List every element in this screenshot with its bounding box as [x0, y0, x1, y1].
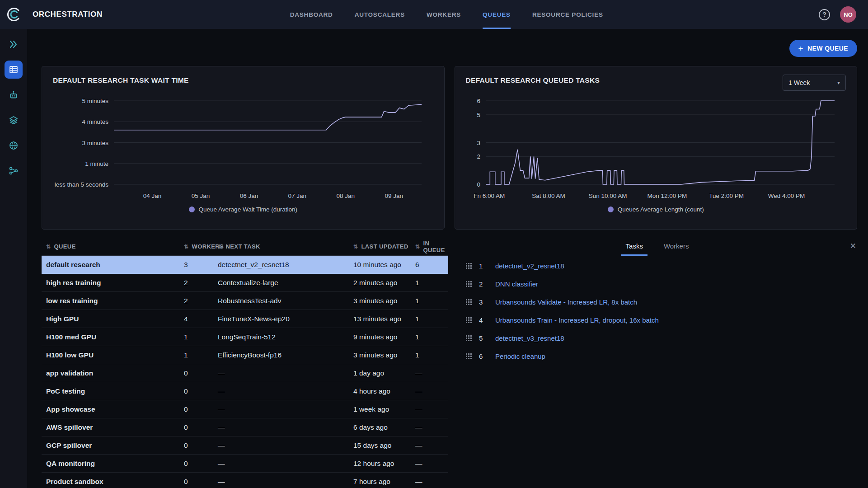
- svg-text:5 minutes: 5 minutes: [82, 98, 108, 104]
- sidebar-item-pipelines[interactable]: [5, 162, 23, 180]
- queue-in-queue: —: [411, 441, 448, 450]
- top-nav-item[interactable]: WORKERS: [427, 0, 461, 29]
- queue-in-queue: —: [411, 460, 448, 468]
- queue-next-task: FineTuneX-News-ep20: [213, 315, 349, 323]
- column-header[interactable]: ⇅ QUEUE: [42, 243, 179, 250]
- app-title: ORCHESTRATION: [33, 10, 103, 19]
- svg-text:4 minutes: 4 minutes: [82, 118, 108, 125]
- table-row[interactable]: GCP spillover 0 — 15 days ago —: [42, 436, 448, 455]
- table-row[interactable]: App showcase 0 — 1 week ago —: [42, 400, 448, 418]
- table-row[interactable]: app validation 0 — 1 day ago —: [42, 364, 448, 382]
- queue-next-task: —: [213, 405, 349, 413]
- legend-label: Queue Average Wait Time (duration): [199, 206, 297, 213]
- chevron-down-icon: ▾: [837, 80, 840, 86]
- top-nav-item[interactable]: DASHBOARD: [290, 0, 333, 29]
- queue-workers: 0: [179, 460, 213, 468]
- column-header[interactable]: ⇅ LAST UPDATED: [349, 243, 411, 250]
- drag-handle-icon[interactable]: [465, 263, 472, 269]
- svg-text:0: 0: [477, 181, 480, 188]
- column-header[interactable]: ⇅ NEXT TASK: [213, 243, 349, 250]
- table-row[interactable]: H100 low GPU 1 EfficiencyBoost-fp16 3 mi…: [42, 346, 448, 364]
- sidebar-item-workers[interactable]: [5, 86, 23, 104]
- task-link[interactable]: Urbansounds Train - Increased LR, dropou…: [495, 316, 659, 324]
- table-row[interactable]: low res training 2 RobustnessTest-adv 3 …: [42, 292, 448, 310]
- side-nav: [0, 29, 27, 488]
- top-nav-item[interactable]: QUEUES: [483, 0, 511, 29]
- top-bar-right: ? NO: [819, 6, 868, 23]
- table-row[interactable]: High GPU 4 FineTuneX-News-ep20 13 minute…: [42, 310, 448, 328]
- task-link[interactable]: DNN classifier: [495, 280, 538, 288]
- drag-handle-icon[interactable]: [465, 281, 472, 287]
- svg-text:09 Jan: 09 Jan: [385, 192, 403, 199]
- avatar[interactable]: NO: [840, 6, 856, 23]
- task-link[interactable]: detectnet_v2_resnet18: [495, 262, 564, 270]
- drag-handle-icon[interactable]: [465, 335, 472, 341]
- queue-name: H100 low GPU: [42, 351, 179, 359]
- sidebar-item-getting-started[interactable]: [5, 35, 23, 53]
- layers-icon: [9, 115, 19, 125]
- queue-last-updated: 6 days ago: [349, 423, 411, 432]
- queue-next-task: LongSeqTrain-512: [213, 333, 349, 341]
- pipelines-icon: [9, 166, 19, 176]
- sidebar-item-queues[interactable]: [5, 61, 23, 79]
- top-nav-item[interactable]: RESOURCE POLICIES: [532, 0, 603, 29]
- time-range-select[interactable]: 1 Week ▾: [783, 75, 846, 91]
- queue-in-queue: —: [411, 423, 448, 432]
- svg-text:08 Jan: 08 Jan: [337, 192, 355, 199]
- queue-next-task: —: [213, 387, 349, 395]
- time-range-value: 1 Week: [788, 79, 810, 86]
- queue-workers: 0: [179, 478, 213, 486]
- queue-next-task: EfficiencyBoost-fp16: [213, 351, 349, 359]
- svg-text:6: 6: [477, 98, 480, 104]
- drag-handle-icon[interactable]: [465, 317, 472, 323]
- table-row[interactable]: QA monitoring 0 — 12 hours ago —: [42, 455, 448, 473]
- worker-robot-icon: [9, 90, 19, 100]
- legend-label: Queues Average Length (count): [618, 206, 704, 213]
- sort-icon[interactable]: ⇅: [353, 244, 358, 250]
- column-header[interactable]: ⇅ WORKERS: [179, 243, 213, 250]
- table-row[interactable]: PoC testing 0 — 4 hours ago —: [42, 382, 448, 400]
- table-body: default research 3 detectnet_v2_resnet18…: [42, 256, 448, 488]
- queued-tasks-chart: 65320Fri 6:00 AMSat 8:00 AMSun 10:00 AMM…: [466, 94, 846, 205]
- top-bar: ORCHESTRATION DASHBOARDAUTOSCALERSWORKER…: [0, 0, 868, 29]
- svg-text:2: 2: [477, 153, 480, 160]
- task-link[interactable]: Urbansounds Validate - Increased LR, 8x …: [495, 298, 637, 306]
- sort-icon[interactable]: ⇅: [218, 244, 222, 250]
- sort-icon[interactable]: ⇅: [184, 244, 188, 250]
- panel-tab[interactable]: Workers: [659, 238, 694, 256]
- svg-text:07 Jan: 07 Jan: [288, 192, 307, 199]
- column-label: NEXT TASK: [225, 243, 260, 250]
- close-icon[interactable]: ✕: [850, 241, 856, 251]
- top-nav: DASHBOARDAUTOSCALERSWORKERSQUEUESRESOURC…: [290, 0, 603, 29]
- sidebar-item-applications[interactable]: [5, 111, 23, 129]
- task-index: 2: [479, 280, 495, 288]
- sidebar-item-hyper-datasets[interactable]: [5, 136, 23, 155]
- top-nav-item[interactable]: AUTOSCALERS: [355, 0, 405, 29]
- queue-last-updated: 1 week ago: [349, 405, 411, 413]
- task-link[interactable]: Periodic cleanup: [495, 352, 545, 360]
- drag-handle-icon[interactable]: [465, 353, 472, 359]
- table-row[interactable]: Product sandbox 0 — 7 hours ago —: [42, 473, 448, 488]
- table-row[interactable]: high res training 2 Contextualize-large …: [42, 274, 448, 292]
- sort-icon[interactable]: ⇅: [46, 244, 51, 250]
- sort-icon[interactable]: ⇅: [415, 244, 420, 250]
- queued-tasks-card: DEFAULT RESEARCH QUEUED TASKS 1 Week ▾ 6…: [455, 66, 858, 230]
- task-link[interactable]: detectnet_v3_resnet18: [495, 334, 564, 342]
- panel-tab[interactable]: Tasks: [621, 238, 647, 256]
- clearml-logo[interactable]: [0, 0, 27, 29]
- queue-in-queue: 1: [411, 279, 448, 287]
- column-header[interactable]: ⇅ IN QUEUE: [411, 240, 448, 253]
- help-icon[interactable]: ?: [819, 9, 830, 20]
- table-row[interactable]: AWS spillover 0 — 6 days ago —: [42, 418, 448, 436]
- queue-workers: 4: [179, 315, 213, 323]
- queue-in-queue: 1: [411, 351, 448, 359]
- drag-handle-icon[interactable]: [465, 299, 472, 305]
- queue-name: default research: [42, 261, 179, 269]
- new-queue-label: NEW QUEUE: [807, 45, 848, 52]
- table-row[interactable]: H100 med GPU 1 LongSeqTrain-512 9 minute…: [42, 328, 448, 346]
- svg-text:3: 3: [477, 140, 480, 146]
- table-row[interactable]: default research 3 detectnet_v2_resnet18…: [42, 256, 448, 274]
- new-queue-button[interactable]: + NEW QUEUE: [789, 40, 857, 57]
- svg-text:04 Jan: 04 Jan: [143, 192, 162, 199]
- bottom-row: ⇅ QUEUE ⇅ WORKERS ⇅ NEXT TASK ⇅ LAST UPD…: [42, 238, 857, 488]
